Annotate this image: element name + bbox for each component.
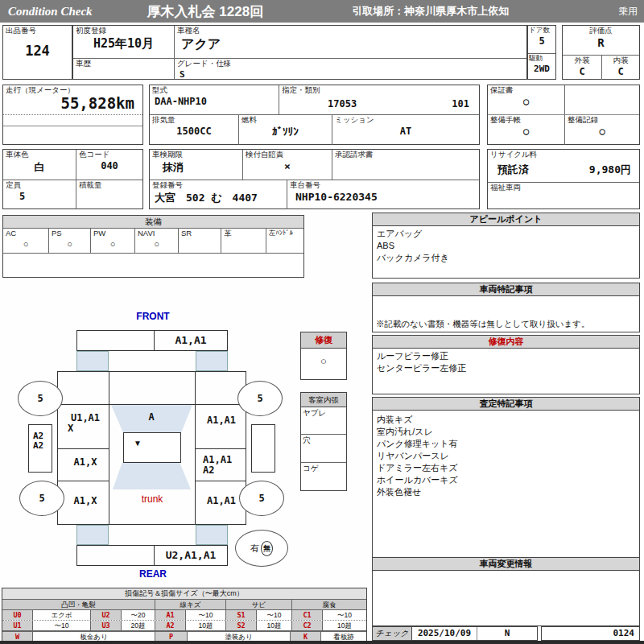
spare-none-label: 無 <box>261 541 273 556</box>
lot-number-value: 124 <box>3 43 72 59</box>
rear-label: REAR <box>129 568 177 580</box>
doors-drive-box: ドア数 5 駆動 2WD <box>527 25 556 80</box>
vehicle-notes-title: 車両特記事項 <box>372 283 640 296</box>
left-mirror-box: A2 A2 <box>28 424 52 473</box>
cabin-row-yabure: ヤブレ <box>301 407 346 435</box>
repair-line: センターピラー左修正 <box>377 362 635 374</box>
displacement-label: 排気量 <box>150 115 238 126</box>
legend-group-scratch: 線キズ <box>155 600 226 609</box>
inspection-value: 抹消 <box>150 160 242 175</box>
assessment-line: 内装キズ <box>377 414 635 426</box>
change-info-panel: 車両変更情報 <box>372 557 640 626</box>
mileage-box: 走行（現メーター） 55,828km <box>2 85 143 145</box>
repair-flag-value: ○ <box>301 355 346 367</box>
cabin-row-koge: コゲ <box>301 463 346 490</box>
score-label: 評価点 <box>563 26 639 36</box>
legend-size: 10超 <box>323 621 366 630</box>
equip-navi-value: ○ <box>135 239 178 249</box>
assessment-body: 内装キズ 室内汚れ/スレ パンク修理キット有 リヤバンパースレ ドアミラー左右キ… <box>372 411 640 558</box>
color-box: 車体色 白 色コード 040 定員 5 積載量 <box>2 149 143 209</box>
warranty-value: ○ <box>488 96 564 107</box>
tire-rear-left: 5 <box>19 481 64 516</box>
grade-score-box: 評価点 R 外装 C 内装 C <box>562 25 640 80</box>
legend-size: 〜10 <box>186 610 226 620</box>
right-front-door-damage: A1,A1 <box>200 415 243 426</box>
assessment-line: ホイールカバーキズ <box>377 474 635 486</box>
right-rear-door-damage: A1,A1 A2 <box>203 455 246 476</box>
left-rear-door-damage: A1,X <box>64 456 106 468</box>
body-color-value: 白 <box>3 160 76 175</box>
legend-group-rust: サビ <box>226 600 292 609</box>
body-color-label: 車体色 <box>3 150 76 160</box>
inspection-label: 車検期限 <box>150 150 242 160</box>
reg-no-label: 登録番号 <box>150 180 287 191</box>
cabin-lining-box: 客室内張 ヤブレ 穴 コゲ <box>300 392 347 491</box>
roof-mark: ▼ <box>134 439 142 448</box>
rear-bumper: U2,A1,A1 <box>76 545 228 566</box>
first-reg-value: H25年10月 <box>73 36 174 52</box>
legend-size: 10超 <box>186 621 226 630</box>
recycle-label: リサイクル料 <box>488 150 639 160</box>
equip-ps-label: PS <box>49 229 90 239</box>
check-row: チェック 2025/10/09 N 0124 <box>372 626 640 641</box>
appeal-line: エアバッグ <box>377 228 635 240</box>
right-quarter-damage: A1,A1 <box>200 495 243 506</box>
legend-group-corrosion: 腐食 <box>292 600 366 609</box>
rear-window <box>113 463 191 489</box>
check-number: 0124 <box>541 626 640 641</box>
legend-group-dent: 凸凹・亀裂 <box>2 600 155 609</box>
legend-code: S1 <box>226 610 257 620</box>
appeal-body: エアバッグ ABS バックカメラ付き <box>372 226 640 279</box>
legend-code: C2 <box>292 621 323 630</box>
legend-size: 〜10 <box>33 621 91 630</box>
right-mirror-box <box>251 424 275 473</box>
interior-value: C <box>602 66 639 77</box>
legend-size: 〜20 <box>122 610 155 620</box>
tire-rl-depth: 5 <box>39 493 44 504</box>
tire-front-left: 5 <box>18 381 63 416</box>
legend-code: U1 <box>2 621 33 630</box>
repair-details-panel: 修復内容 ルーフピラー修正 センターピラー左修正 <box>372 335 640 394</box>
insurance-value: × <box>243 160 332 172</box>
spare-tire-indicator: 有 無 <box>235 530 288 567</box>
auction-title: 厚木入札会 1228回 <box>147 2 264 21</box>
change-info-title: 車両変更情報 <box>372 557 640 571</box>
appeal-panel: アピールポイント エアバッグ ABS バックカメラ付き <box>372 213 640 279</box>
cabin-row-ana: 穴 <box>301 435 346 463</box>
pickup-location: 引取場所：神奈川県厚木市上依知 <box>352 4 509 19</box>
model-code-label: 型式 <box>150 85 279 96</box>
grade-value: S <box>175 69 526 80</box>
equipment-title: 装備 <box>3 216 303 229</box>
repair-flag-box: 修復 ○ <box>300 332 347 380</box>
cabin-lining-title: 客室内張 <box>301 393 346 407</box>
assessment-line: 室内汚れ/スレ <box>377 426 635 438</box>
color-code-value: 040 <box>76 160 142 171</box>
trunk-label: trunk <box>129 493 175 505</box>
score-value: R <box>563 36 639 49</box>
legend-code: S2 <box>226 621 257 630</box>
reg-no-value: 大宮 502 む 4407 <box>150 191 287 205</box>
tire-rear-right: 5 <box>239 481 284 516</box>
legend-size: 〜10 <box>323 610 366 620</box>
legend-code: C1 <box>292 610 323 620</box>
brand-logo: Condition Check <box>8 5 93 19</box>
tire-rr-depth: 5 <box>258 493 264 504</box>
registration-detail-box: 車検期限 抹消 検付自賠責 × 承認請求書 登録番号 大宮 502 む 4407… <box>149 149 480 209</box>
vehicle-notes-panel: 車両特記事項 ※記載のない書類・機器等は無しとして取り扱います。 <box>372 283 640 332</box>
change-info-body <box>372 571 640 626</box>
grade-label: グレード・仕様 <box>175 59 526 69</box>
equip-leather-label: 革 <box>221 229 266 239</box>
exterior-label: 外装 <box>563 56 601 66</box>
class-value-1: 17053 <box>328 98 357 109</box>
vehicle-notes-note: ※記載のない書類・機器等は無しとして取り扱います。 <box>376 318 589 330</box>
repair-line: ルーフピラー修正 <box>377 350 635 362</box>
assessment-title: 査定特記事項 <box>372 397 640 411</box>
exterior-value: C <box>563 66 601 77</box>
equipment-table: 装備 AC○ PS○ PW○ NAVI○ SR 革 左ﾊﾝﾄﾞﾙ <box>2 215 304 278</box>
welfare-label: 福祉車両 <box>488 183 639 193</box>
check-label: チェック <box>372 626 412 641</box>
class-value-2: 101 <box>452 98 469 109</box>
legend-code: A1 <box>155 610 186 620</box>
recycle-status: 預託済 <box>497 163 529 177</box>
interior-label: 内装 <box>602 56 639 66</box>
